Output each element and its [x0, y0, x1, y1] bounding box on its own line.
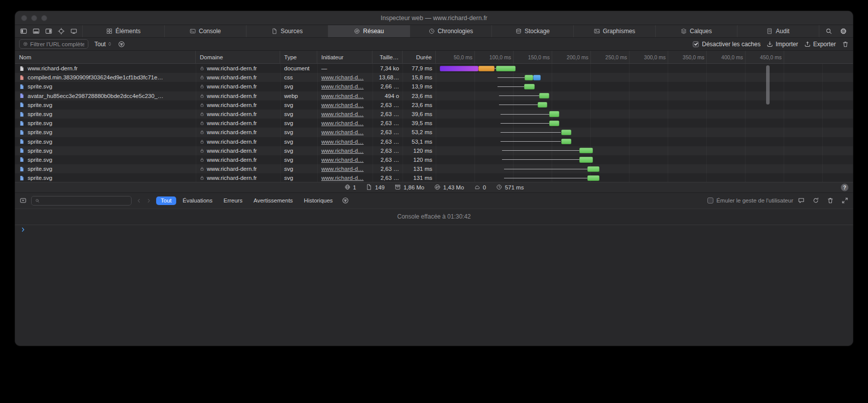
resource-type-dropdown[interactable]: Tout — [94, 41, 112, 48]
request-domain: www.richard-dern.fr — [207, 129, 257, 135]
console-prompt[interactable] — [15, 225, 853, 346]
console-search-field[interactable] — [31, 196, 132, 206]
network-request-row[interactable]: sprite.svg www.richard-dern.fr svg www.r… — [15, 164, 853, 173]
console-filter-avertissements[interactable]: Avertissements — [249, 196, 297, 205]
cache-count: 0 — [474, 184, 486, 190]
network-request-row[interactable]: sprite.svg www.richard-dern.fr svg www.r… — [15, 110, 853, 119]
tab-timelines[interactable]: Chronologies — [410, 25, 492, 37]
network-request-row[interactable]: www.richard-dern.fr www.richard-dern.fr … — [15, 64, 853, 73]
tab-console[interactable]: Console — [165, 25, 246, 37]
request-duration: 53,2 ms — [403, 128, 436, 137]
console-filter-evaluations[interactable]: Évaluations — [178, 196, 217, 205]
detach-console-icon[interactable] — [841, 197, 848, 204]
tab-layers[interactable]: Calques — [656, 25, 737, 37]
request-duration: 23,6 ms — [403, 91, 436, 100]
export-icon — [804, 41, 811, 47]
column-header-duration[interactable]: Durée — [403, 51, 436, 63]
network-requests-table: www.richard-dern.fr www.richard-dern.fr … — [15, 64, 853, 182]
initiator-link[interactable]: www.richard-d… — [321, 83, 363, 89]
minimize-button[interactable] — [31, 15, 37, 21]
tab-storage[interactable]: Stockage — [492, 25, 574, 37]
network-request-row[interactable]: sprite.svg www.richard-dern.fr svg www.r… — [15, 137, 853, 146]
storage-icon — [516, 28, 522, 34]
network-request-row[interactable]: sprite.svg www.richard-dern.fr svg www.r… — [15, 155, 853, 164]
checkbox-checked-icon — [693, 41, 699, 47]
initiator-link[interactable]: www.richard-d… — [321, 111, 363, 117]
transferred-size: 1,43 Mo — [434, 184, 464, 190]
column-header-domain[interactable]: Domaine — [196, 51, 280, 63]
request-size: 494 o — [373, 91, 403, 100]
tab-network[interactable]: Réseau — [328, 25, 410, 37]
request-size: 7,34 ko — [373, 64, 403, 73]
network-request-row[interactable]: sprite.svg www.richard-dern.fr svg www.r… — [15, 82, 853, 91]
import-button[interactable]: Importer — [767, 41, 798, 48]
console-filter-historiques[interactable]: Historiques — [299, 196, 337, 205]
scrollbar-thumb[interactable] — [766, 65, 770, 105]
initiator-link[interactable]: www.richard-d… — [321, 139, 363, 145]
search-icon[interactable] — [825, 28, 832, 35]
url-filter-input[interactable] — [30, 41, 84, 47]
console-messages-icon[interactable] — [798, 197, 805, 204]
disable-caches-checkbox[interactable]: Désactiver les caches — [693, 41, 761, 48]
console-filter-bar: ToutÉvaluationsErreursAvertissementsHist… — [156, 196, 337, 205]
network-request-row[interactable]: sprite.svg www.richard-dern.fr svg www.r… — [15, 173, 853, 181]
message-filter-icon[interactable] — [342, 197, 349, 204]
dock-right-icon[interactable] — [45, 28, 52, 35]
tab-sources[interactable]: Sources — [246, 25, 328, 37]
request-type: svg — [280, 110, 317, 119]
network-request-row[interactable]: avatar_hu85ecc3e298728880b0bde2dcc4e5c23… — [15, 91, 853, 100]
settings-gear-icon[interactable] — [840, 28, 847, 35]
waterfall-options-icon[interactable] — [118, 41, 125, 48]
column-header-size[interactable]: Taille… — [373, 51, 403, 63]
clear-network-icon[interactable] — [842, 41, 849, 48]
element-picker-icon[interactable] — [58, 28, 65, 35]
initiator-link[interactable]: www.richard-d… — [321, 148, 363, 154]
dock-left-icon[interactable] — [20, 28, 27, 35]
url-filter-field[interactable] — [19, 39, 88, 49]
initiator-link[interactable]: www.richard-d… — [321, 120, 363, 126]
emulate-user-gesture-checkbox[interactable]: Émuler le geste de l'utilisateur — [707, 197, 793, 204]
previous-result-button[interactable] — [136, 198, 142, 204]
lock-icon — [200, 75, 204, 80]
tabbar-right — [819, 25, 853, 37]
help-button[interactable]: ? — [841, 183, 848, 191]
timeline-tick-label: 200,0 ms — [567, 54, 590, 60]
network-request-row[interactable]: sprite.svg www.richard-dern.fr svg www.r… — [15, 119, 853, 128]
column-header-name[interactable]: Nom — [15, 51, 196, 63]
preserve-log-icon[interactable] — [812, 197, 819, 204]
timeline-tick-label: 400,0 ms — [721, 54, 745, 60]
console-filter-erreurs[interactable]: Erreurs — [219, 196, 247, 205]
next-result-button[interactable] — [146, 198, 152, 204]
network-request-row[interactable]: compiled.min.38390909f303624ed9e1cf1bd3f… — [15, 73, 853, 82]
initiator-link[interactable]: www.richard-d… — [321, 102, 363, 108]
initiator-link[interactable]: www.richard-d… — [321, 175, 363, 181]
waterfall-cell — [436, 91, 853, 100]
console-scope-icon[interactable] — [20, 197, 27, 204]
request-name: sprite.svg — [28, 102, 52, 108]
request-name: compiled.min.38390909f303624ed9e1cf1bd3f… — [28, 74, 163, 80]
tab-audit[interactable]: Audit — [737, 25, 819, 37]
waterfall-green-bar — [524, 84, 535, 89]
console-filter-tout[interactable]: Tout — [156, 196, 176, 205]
responsive-mode-icon[interactable] — [70, 28, 77, 35]
clear-console-button[interactable] — [827, 197, 834, 204]
tab-graphics[interactable]: Graphismes — [574, 25, 656, 37]
request-type: svg — [280, 173, 317, 181]
request-type: svg — [280, 137, 317, 146]
network-request-row[interactable]: sprite.svg www.richard-dern.fr svg www.r… — [15, 146, 853, 155]
console-search-input[interactable] — [42, 197, 128, 204]
zoom-button[interactable] — [41, 15, 47, 21]
network-request-row[interactable]: sprite.svg www.richard-dern.fr svg www.r… — [15, 100, 853, 110]
export-button[interactable]: Exporter — [804, 41, 836, 48]
tab-elements[interactable]: Éléments — [83, 25, 165, 37]
network-request-row[interactable]: sprite.svg www.richard-dern.fr svg www.r… — [15, 128, 853, 137]
column-header-type[interactable]: Type — [280, 51, 317, 63]
close-button[interactable] — [21, 15, 27, 21]
initiator-link[interactable]: www.richard-d… — [321, 166, 363, 172]
initiator-link[interactable]: www.richard-d… — [321, 93, 363, 99]
initiator-link[interactable]: www.richard-d… — [321, 129, 363, 135]
column-header-initiator[interactable]: Initiateur — [317, 51, 373, 63]
dock-bottom-icon[interactable] — [33, 28, 40, 35]
initiator-link[interactable]: www.richard-d… — [321, 74, 363, 80]
initiator-link[interactable]: www.richard-d… — [321, 157, 363, 163]
